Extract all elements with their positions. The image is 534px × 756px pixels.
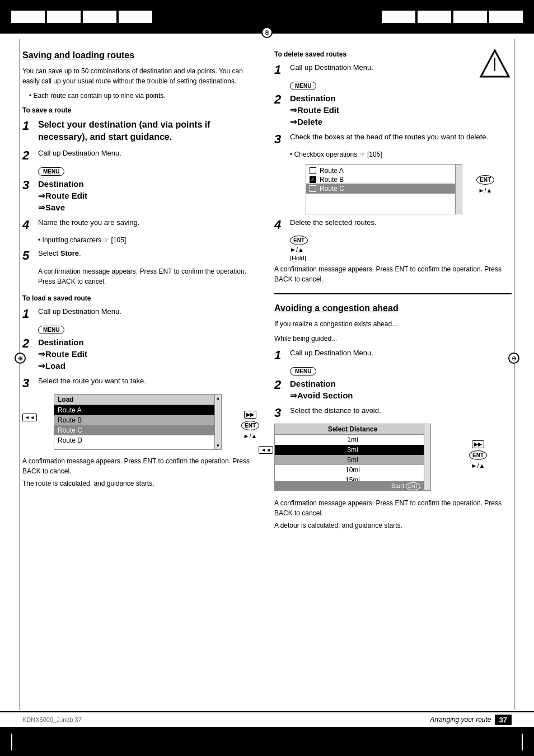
load-step-1-number: 1 (22, 308, 38, 320)
save-step-1-number: 1 (22, 120, 38, 132)
delete-step-3: 3 Check the boxes at the head of the rou… (274, 132, 512, 145)
delete-step-2-line2: ⇒Route Edit (290, 105, 339, 115)
load-scrollbar: ▲ ▼ (214, 395, 221, 449)
save-step-4: 4 Name the route you are saving. (22, 218, 257, 231)
menu-button-load1[interactable]: MENU (38, 326, 64, 334)
skip-right-dist[interactable]: ▶▶ (472, 440, 484, 448)
load-route-heading: To load a saved route (22, 294, 257, 302)
scroll-down-icon[interactable]: ▼ (216, 443, 221, 448)
delete-step-1-number: 1 (274, 64, 290, 76)
checkbox-scrollbar (455, 165, 462, 214)
margin-line-left (20, 39, 20, 710)
delete-step-3-note: Checkbox operations ☞ [105] (290, 150, 512, 159)
avoid-step-1-number: 1 (274, 349, 290, 361)
load-step-3-text: Select the route you want to take. (38, 376, 257, 386)
header-block-6 (418, 11, 451, 23)
header-block-2 (47, 11, 81, 23)
save-step-1: 1 Select your destination (and via point… (22, 119, 257, 144)
save-step-3-number: 3 (22, 179, 38, 191)
load-after-text: A confirmation message appears. Press EN… (22, 456, 257, 476)
play-pause-dist: ►/▲ (471, 462, 485, 469)
dist-start-bar: Start ENT (275, 481, 424, 490)
left-circle-mark: ⊕ (15, 353, 26, 364)
ent-button-load[interactable]: ENT (241, 421, 259, 430)
dist-right-buttons: ▶▶ ENT ►/▲ (469, 440, 487, 469)
skip-left-button[interactable]: ◄◄ (22, 414, 37, 421)
scroll-up-icon[interactable]: ▲ (216, 396, 221, 401)
select-dist-container: Select Distance 1mi 3mi 5mi 10mi 15mi St… (274, 424, 459, 494)
avoid-step-2: 2 Destination ⇒Avoid Section (274, 378, 512, 401)
main-content: Saving and loading routes You can save u… (0, 34, 534, 544)
ent-button-checkbox[interactable]: ENT (476, 175, 494, 185)
skip-right-button[interactable]: ▶▶ (244, 411, 256, 419)
left-column: Saving and loading routes You can save u… (22, 50, 257, 533)
checkbox-1[interactable] (310, 167, 316, 174)
dist-left-buttons: ◄◄ (259, 446, 273, 454)
load-step-2-text: Destination ⇒Route Edit ⇒Load (38, 336, 257, 372)
load-route-b: Route B (54, 415, 221, 425)
save-step-3-line3: ⇒Save (38, 203, 65, 212)
dist-10mi: 10mi (275, 465, 430, 475)
delete-step-4-number: 4 (274, 219, 290, 231)
play-pause-load: ►/▲ (243, 433, 257, 439)
load-step-1: 1 Call up Destination Menu. (22, 307, 257, 320)
checkbox-row-2: ✓ Route B (310, 176, 458, 184)
dist-scrollbar (424, 424, 430, 490)
checkbox-diagram-container: Route A ✓ Route B Route C ENT ►/▲ (290, 164, 469, 214)
save-step-4-note: Inputting characters ☞ [105] (38, 236, 257, 245)
save-step-3-line2: ⇒Route Edit (38, 191, 87, 200)
save-step-2: 2 Call up Destination Menu. (22, 148, 257, 162)
avoid-step-2-line2: ⇒Avoid Section (290, 391, 353, 400)
dist-title-bar: Select Distance (275, 424, 430, 435)
header-blocks-right (382, 11, 523, 23)
checkbox-3[interactable] (310, 185, 316, 192)
load-step-2-line1: Destination (38, 337, 84, 347)
save-step-5: 5 Select Store. (22, 248, 257, 262)
menu-button-avoid1[interactable]: MENU (290, 367, 316, 375)
delete-step-2-line1: Destination (290, 93, 336, 103)
checkbox-label-1: Route A (320, 167, 344, 175)
dist-3mi: 3mi (275, 445, 430, 455)
header-blocks-left (11, 11, 152, 23)
ent-button-delete[interactable]: ENT (290, 236, 308, 245)
ent-button-dist[interactable]: ENT (469, 450, 487, 460)
skip-left-dist[interactable]: ◄◄ (259, 446, 273, 454)
load-step-2-number: 2 (22, 337, 38, 350)
menu-button-save2[interactable]: MENU (38, 167, 64, 176)
save-step-5-confirmation: A confirmation message appears. Press EN… (38, 266, 257, 287)
load-step-2-line2: ⇒Route Edit (38, 349, 87, 359)
save-step-1-text: Select your destination (and via points … (38, 119, 257, 144)
save-step-4-number: 4 (22, 219, 38, 231)
checkbox-right-buttons: ENT ►/▲ (476, 175, 494, 194)
avoid-step-3-number: 3 (274, 407, 290, 419)
nav-triangle-container (478, 48, 512, 83)
checkbox-label-2: Route B (320, 176, 344, 184)
file-info: KDNX5000_J.indb 37 (22, 716, 82, 723)
delete-confirmation: A confirmation message appears. Press EN… (274, 264, 512, 284)
checkbox-diagram: Route A ✓ Route B Route C (306, 164, 462, 214)
avoid-after-text: A confirmation message appears. Press EN… (274, 498, 512, 518)
avoid-while-text: While being guided... (274, 334, 512, 344)
avoid-section-title: Avoiding a congestion ahead (274, 303, 512, 313)
menu-button-delete1[interactable]: MENU (290, 82, 316, 90)
load-right-buttons: ▶▶ ENT ►/▲ (241, 411, 259, 439)
avoid-step-1: 1 Call up Destination Menu. (274, 348, 512, 361)
delete-step-2-number: 2 (274, 93, 290, 106)
footer-right-line (522, 734, 523, 750)
delete-step-1: 1 Call up Destination Menu. (274, 63, 512, 76)
page-number: 37 (495, 715, 512, 725)
load-route-a: Route A (54, 405, 221, 415)
save-step-2-text: Call up Destination Menu. (38, 148, 257, 158)
hold-text: [Hold] (290, 255, 306, 261)
header-block-8 (489, 11, 523, 23)
saving-bullet: Each route can contain up to nine via po… (29, 91, 257, 101)
avoid-step-2-text: Destination ⇒Avoid Section (290, 378, 512, 401)
avoid-step-3: 3 Select the distance to avoid. (274, 406, 512, 419)
load-screen-container: Load Route A Route B Route C Route D ▲ ▼… (38, 394, 228, 453)
checkbox-2[interactable]: ✓ (310, 176, 316, 183)
right-column: To delete saved routes 1 Call up Destina… (274, 50, 512, 533)
header-block-4 (119, 11, 152, 23)
center-registration-mark: ⊕ (261, 27, 273, 38)
dist-start-label: Start (391, 482, 406, 489)
save-step-5-text: Select Store. (38, 248, 257, 259)
